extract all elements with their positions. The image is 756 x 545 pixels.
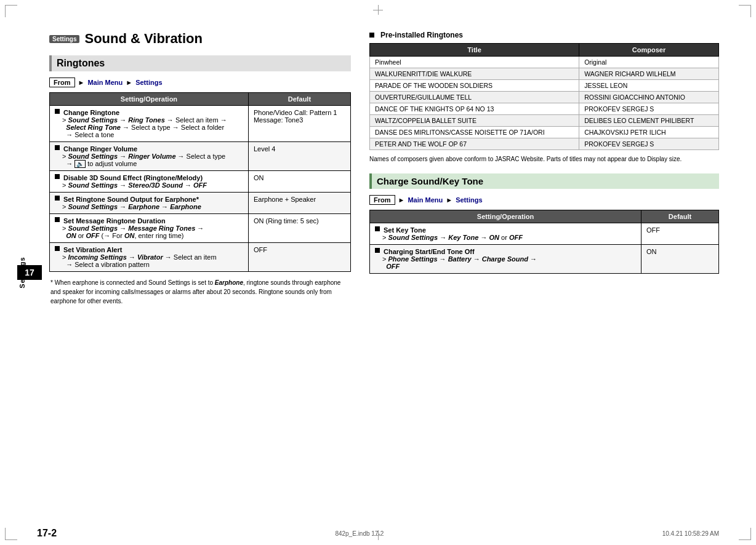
charge-from-label: From bbox=[369, 195, 395, 205]
ringtone-composer: CHAJKOVSKIJ PETR ILICH bbox=[579, 127, 719, 138]
ringtones-settings-table: Setting/Operation Default Change Rington… bbox=[49, 92, 351, 272]
setting-operation-cell: Disable 3D Sound Effect (Ringtone/Melody… bbox=[50, 171, 249, 193]
ringtone-composer: DELIBES LEO CLEMENT PHILIBERT bbox=[579, 115, 719, 127]
charge-setting-cell: Charging Start/End Tone Off > Phone Sett… bbox=[370, 245, 641, 274]
default-value: ON (Ring time: 5 sec) bbox=[248, 214, 350, 243]
bullet-icon bbox=[375, 248, 380, 253]
nav-main-menu[interactable]: Main Menu bbox=[87, 79, 123, 86]
ringtone-title: PETER AND THE WOLF OP 67 bbox=[370, 138, 579, 150]
timestamp: 10.4.21 10:58:29 AM bbox=[662, 530, 719, 537]
corner-mark-tl bbox=[5, 5, 17, 17]
charge-nav-main-menu[interactable]: Main Menu bbox=[408, 196, 443, 204]
default-value: ON bbox=[248, 171, 350, 193]
nav-arrow-1: ► bbox=[78, 79, 85, 86]
ringtone-title: Pinwheel bbox=[370, 57, 579, 68]
from-label: From bbox=[49, 78, 75, 87]
ringtone-title: DANCE OF THE KNIGHTS OP 64 NO 13 bbox=[370, 103, 579, 115]
col-header-default: Default bbox=[248, 93, 350, 106]
table-row: Change Ringtone > Sound Settings → Ring … bbox=[50, 106, 351, 142]
preinstalled-title: Pre-installed Ringtones bbox=[380, 31, 463, 39]
ringtone-title: PARADE OF THE WOODEN SOLDIERS bbox=[370, 80, 579, 92]
charge-sound-section: Charge Sound/Key Tone From ► Main Menu ►… bbox=[369, 173, 719, 274]
bullet-icon bbox=[55, 196, 60, 201]
col-composer: Composer bbox=[579, 44, 719, 57]
setting-path: > Incoming Settings → Vibrator → Select … bbox=[55, 253, 243, 268]
setting-path: > Sound Settings → Ring Tones → Select a… bbox=[55, 116, 243, 138]
nav-settings[interactable]: Settings bbox=[135, 79, 162, 86]
charge-nav-arrow-1: ► bbox=[398, 196, 405, 204]
setting-operation-cell: Change Ringer Volume > Sound Settings → … bbox=[50, 142, 249, 171]
ringtone-title: WALTZ/COPPELIA BALLET SUITE bbox=[370, 115, 579, 127]
setting-path: > Sound Settings → Stereo/3D Sound → OFF bbox=[55, 181, 243, 189]
corner-mark-tr bbox=[739, 5, 751, 17]
bullet-icon bbox=[55, 109, 60, 114]
setting-path: > Sound Settings → Ringer Volume → Selec… bbox=[55, 153, 243, 167]
ringtone-composer: ROSSINI GIOACCHINO ANTONIO bbox=[579, 92, 719, 103]
ringtone-composer: PROKOFEV SERGEJ S bbox=[579, 138, 719, 150]
setting-path: > Phone Settings → Battery → Charge Soun… bbox=[375, 255, 636, 270]
charge-setting-cell: Set Key Tone > Sound Settings → Key Tone… bbox=[370, 223, 641, 245]
ringtone-row: DANCE OF THE KNIGHTS OP 64 NO 13 PROKOFE… bbox=[370, 103, 719, 115]
ringtone-composer: PROKOFEV SERGEJ S bbox=[579, 103, 719, 115]
bullet-icon bbox=[375, 226, 380, 231]
ringtones-from-nav: From ► Main Menu ► Settings bbox=[49, 78, 351, 87]
ringtones-table: Title Composer Pinwheel Original WALKURE… bbox=[369, 43, 719, 150]
page-title: Sound & Vibration bbox=[84, 31, 202, 47]
default-value: Phone/Video Call: Pattern 1Message: Tone… bbox=[248, 106, 350, 142]
charge-settings-table: Setting/Operation Default Set Key Tone bbox=[369, 210, 719, 274]
charge-col-operation: Setting/Operation bbox=[370, 210, 641, 223]
setting-operation-cell: Set Ringtone Sound Output for Earphone* … bbox=[50, 193, 249, 214]
ringtone-composer: Original bbox=[579, 57, 719, 68]
bullet-icon bbox=[55, 246, 60, 251]
ringtone-title: WALKURENRITT/DIE WALKURE bbox=[370, 68, 579, 80]
setting-path: > Sound Settings → Message Ring Tones → … bbox=[55, 225, 243, 239]
setting-path: > Sound Settings → Key Tone → ON or OFF bbox=[375, 234, 636, 241]
setting-operation-cell: Set Message Ringtone Duration > Sound Se… bbox=[50, 214, 249, 243]
ringtone-title: OUVERTURE/GUILLAUME TELL bbox=[370, 92, 579, 103]
ringtone-row: PETER AND THE WOLF OP 67 PROKOFEV SERGEJ… bbox=[370, 138, 719, 150]
col-header-operation: Setting/Operation bbox=[50, 93, 249, 106]
ringtone-row: PARADE OF THE WOODEN SOLDIERS JESSEL LEO… bbox=[370, 80, 719, 92]
ringtones-section-header: Ringtones bbox=[49, 55, 351, 71]
table-row: Set Key Tone > Sound Settings → Key Tone… bbox=[370, 223, 719, 245]
default-value: Earphone + Speaker bbox=[248, 193, 350, 214]
setting-operation-cell: Set Vibration Alert > Incoming Settings … bbox=[50, 243, 249, 272]
ringtone-composer: JESSEL LEON bbox=[579, 80, 719, 92]
main-title: Settings Sound & Vibration bbox=[49, 31, 351, 47]
table-row: Change Ringer Volume > Sound Settings → … bbox=[50, 142, 351, 171]
col-title: Title bbox=[370, 44, 579, 57]
charge-nav-arrow-2: ► bbox=[446, 196, 452, 204]
bullet-icon bbox=[55, 217, 60, 222]
table-row: Set Message Ringtone Duration > Sound Se… bbox=[50, 214, 351, 243]
charge-section-header: Charge Sound/Key Tone bbox=[369, 173, 719, 189]
table-row: Disable 3D Sound Effect (Ringtone/Melody… bbox=[50, 171, 351, 193]
ringtone-row: DANSE DES MIRLITONS/CASSE NOISETTE OP 71… bbox=[370, 127, 719, 138]
ringtone-title: DANSE DES MIRLITONS/CASSE NOISETTE OP 71… bbox=[370, 127, 579, 138]
ringtone-row: Pinwheel Original bbox=[370, 57, 719, 68]
bullet-icon bbox=[369, 33, 374, 38]
bullet-icon bbox=[55, 174, 60, 179]
default-value: OFF bbox=[248, 243, 350, 272]
table-row: Charging Start/End Tone Off > Phone Sett… bbox=[370, 245, 719, 274]
nav-arrow-2: ► bbox=[126, 79, 132, 86]
right-column: Pre-installed Ringtones Title Composer P… bbox=[369, 31, 719, 306]
page-number-box: 17 bbox=[17, 265, 42, 280]
ringtones-note: Names of composers given above conform t… bbox=[369, 155, 719, 164]
charge-from-nav: From ► Main Menu ► Settings bbox=[369, 195, 719, 205]
setting-operation-cell: Change Ringtone > Sound Settings → Ring … bbox=[50, 106, 249, 142]
bullet-icon bbox=[55, 145, 60, 150]
ringtone-row: WALKURENRITT/DIE WALKURE WAGNER RICHARD … bbox=[370, 68, 719, 80]
center-crosshair-top bbox=[373, 5, 383, 15]
charge-nav-settings[interactable]: Settings bbox=[456, 196, 482, 204]
preinstalled-ringtones-section: Pre-installed Ringtones Title Composer P… bbox=[369, 31, 719, 164]
table-row: Set Ringtone Sound Output for Earphone* … bbox=[50, 193, 351, 214]
footnote: * When earphone is connected and Sound S… bbox=[49, 278, 351, 306]
charge-default-value: ON bbox=[641, 245, 718, 274]
ringtone-row: OUVERTURE/GUILLAUME TELL ROSSINI GIOACCH… bbox=[370, 92, 719, 103]
charge-default-value: OFF bbox=[641, 223, 718, 245]
page-label-bottom: 17-2 bbox=[37, 528, 57, 539]
charge-col-default: Default bbox=[641, 210, 718, 223]
settings-badge: Settings bbox=[49, 35, 79, 43]
ringtone-row: WALTZ/COPPELIA BALLET SUITE DELIBES LEO … bbox=[370, 115, 719, 127]
setting-path: > Sound Settings → Earphone → Earphone bbox=[55, 203, 243, 210]
